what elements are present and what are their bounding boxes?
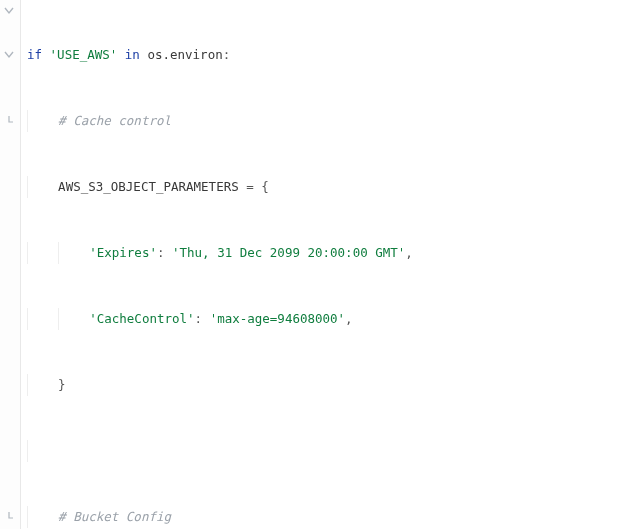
fold-toggle-icon[interactable] bbox=[4, 50, 14, 60]
identifier: os.environ bbox=[147, 47, 222, 62]
fold-toggle-icon[interactable] bbox=[4, 6, 14, 16]
string-literal: 'max-age=94608000' bbox=[210, 311, 345, 326]
code-line[interactable]: 'Expires': 'Thu, 31 Dec 2099 20:00:00 GM… bbox=[25, 242, 632, 264]
code-area[interactable]: if 'USE_AWS' in os.environ: # Cache cont… bbox=[21, 0, 632, 529]
comma: , bbox=[345, 311, 353, 326]
string-literal: 'Thu, 31 Dec 2099 20:00:00 GMT' bbox=[172, 245, 405, 260]
fold-end-icon bbox=[4, 116, 14, 126]
colon: : bbox=[195, 311, 210, 326]
fold-end-icon bbox=[4, 512, 14, 522]
code-line[interactable]: } bbox=[25, 374, 632, 396]
comment: # Bucket Config bbox=[58, 509, 171, 524]
string-literal: 'Expires' bbox=[89, 245, 157, 260]
code-line[interactable]: if 'USE_AWS' in os.environ: bbox=[25, 44, 632, 66]
code-line[interactable] bbox=[25, 440, 632, 462]
keyword-if: if bbox=[27, 47, 50, 62]
code-line[interactable]: 'CacheControl': 'max-age=94608000', bbox=[25, 308, 632, 330]
colon: : bbox=[157, 245, 172, 260]
string-literal: 'USE_AWS' bbox=[50, 47, 118, 62]
code-editor[interactable]: if 'USE_AWS' in os.environ: # Cache cont… bbox=[0, 0, 632, 529]
code-line[interactable]: AWS_S3_OBJECT_PARAMETERS = { bbox=[25, 176, 632, 198]
brace: { bbox=[261, 179, 269, 194]
comma: , bbox=[405, 245, 413, 260]
gutter bbox=[0, 0, 21, 529]
brace: } bbox=[58, 377, 66, 392]
string-literal: 'CacheControl' bbox=[89, 311, 194, 326]
identifier: AWS_S3_OBJECT_PARAMETERS bbox=[58, 179, 239, 194]
colon: : bbox=[223, 47, 231, 62]
comment: # Cache control bbox=[58, 113, 171, 128]
code-line[interactable]: # Bucket Config bbox=[25, 506, 632, 528]
code-line[interactable]: # Cache control bbox=[25, 110, 632, 132]
equals: = bbox=[239, 179, 262, 194]
keyword-in: in bbox=[117, 47, 147, 62]
